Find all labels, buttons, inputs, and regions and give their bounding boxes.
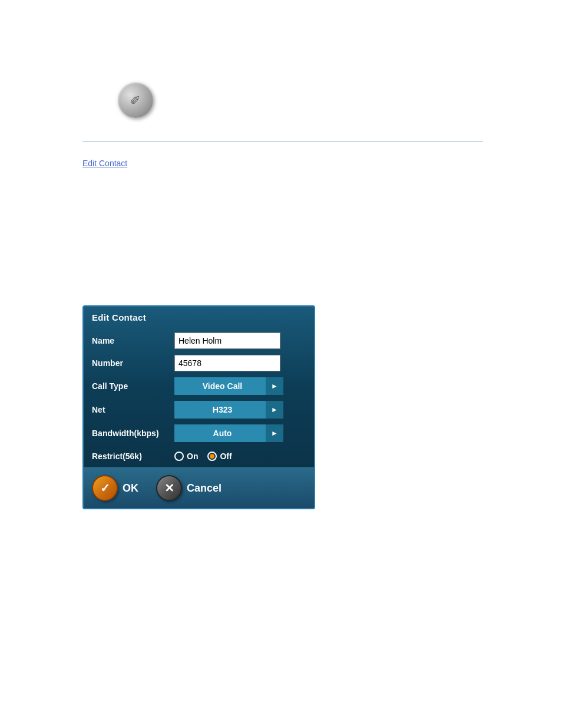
restrict-on-label: On (187, 452, 198, 461)
bandwidth-select[interactable]: Auto ► (174, 424, 283, 442)
bandwidth-arrow-icon: ► (266, 424, 283, 442)
top-edit-icon-area (118, 83, 153, 118)
bandwidth-value: Auto (174, 429, 266, 438)
restrict-on-option[interactable]: On (174, 452, 198, 461)
ok-icon: ✓ (92, 475, 118, 501)
bandwidth-label: Bandwidth(kbps) (92, 429, 174, 438)
call-type-row: Call Type Video Call ► (84, 374, 314, 398)
name-row: Name (84, 330, 314, 352)
restrict-off-option[interactable]: Off (207, 452, 232, 461)
restrict-off-label: Off (220, 452, 232, 461)
link-area: Edit Contact (82, 158, 318, 169)
cancel-button[interactable]: ✕ Cancel (156, 475, 222, 501)
ok-button[interactable]: ✓ OK (92, 475, 138, 501)
net-select[interactable]: H323 ► (174, 401, 283, 419)
call-type-value: Video Call (174, 381, 266, 391)
edit-contact-dialog: Edit Contact Name Number Call Type Video… (82, 305, 315, 509)
dialog-footer: ✓ OK ✕ Cancel (84, 467, 314, 508)
restrict-label: Restrict(56k) (92, 452, 174, 461)
name-input[interactable] (174, 332, 280, 349)
edit-contact-link[interactable]: Edit Contact (82, 159, 127, 168)
number-row: Number (84, 352, 314, 374)
restrict-off-radio[interactable] (207, 452, 217, 461)
call-type-arrow-icon: ► (266, 377, 283, 395)
net-row: Net H323 ► (84, 398, 314, 421)
number-input[interactable] (174, 355, 280, 371)
dialog-title: Edit Contact (84, 307, 314, 327)
cancel-icon: ✕ (156, 475, 182, 501)
call-type-select[interactable]: Video Call ► (174, 377, 283, 395)
name-label: Name (92, 336, 174, 345)
restrict-row: Restrict(56k) On Off (84, 445, 314, 467)
edit-icon (118, 83, 153, 118)
ok-checkmark-icon: ✓ (100, 481, 110, 495)
ok-label: OK (123, 482, 138, 495)
bandwidth-row: Bandwidth(kbps) Auto ► (84, 421, 314, 445)
net-arrow-icon: ► (266, 401, 283, 419)
call-type-label: Call Type (92, 381, 174, 391)
number-label: Number (92, 358, 174, 368)
restrict-on-radio[interactable] (174, 452, 184, 461)
net-label: Net (92, 405, 174, 414)
dialog-body: Name Number Call Type Video Call ► Net H… (84, 327, 314, 467)
restrict-radio-group: On Off (174, 452, 232, 461)
section-divider (82, 141, 483, 142)
cancel-x-icon: ✕ (164, 481, 174, 495)
cancel-label: Cancel (187, 482, 222, 495)
net-value: H323 (174, 405, 266, 414)
